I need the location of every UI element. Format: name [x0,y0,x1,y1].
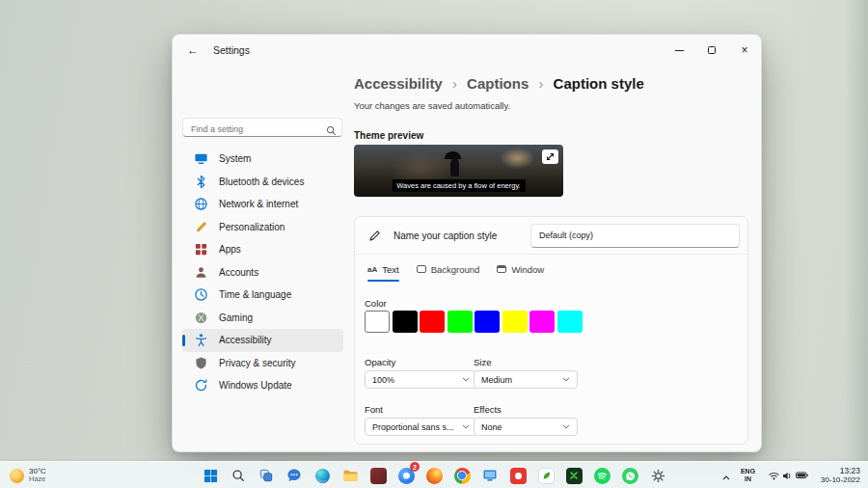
accounts-icon [194,265,208,280]
color-swatches [365,311,583,333]
privacy-icon [194,356,208,370]
sidebar-item-time-language[interactable]: Time & language [182,284,343,307]
autosave-note: Your changes are saved automatically. [354,100,510,111]
breadcrumb: Accessibility › Captions › Caption style [354,75,644,92]
messenger-button[interactable]: 2 [394,464,418,487]
back-button[interactable]: ← [180,41,205,60]
tab-label: Background [431,264,480,275]
sidebar-item-system[interactable]: System [182,148,343,171]
sidebar-item-accessibility[interactable]: Accessibility [182,329,343,352]
media-app-button[interactable] [506,464,529,487]
sidebar-item-label: Accounts [219,267,258,278]
tray-date: 30-10-2022 [821,475,860,485]
close-button[interactable]: × [728,35,761,66]
app-maroon-icon [370,468,387,484]
chat-button[interactable] [283,464,306,487]
desktop: ← Settings × System [0,0,868,488]
weather-icon [10,469,24,483]
volume-icon [782,472,793,480]
settings-icon [651,469,665,483]
font-select[interactable]: Proportional sans s... [365,418,477,436]
expand-preview-button[interactable] [542,149,558,164]
caption-style-icon [367,229,382,243]
swatch-cyan[interactable] [557,311,583,333]
tab-label: Text [382,264,398,275]
edge-icon [314,468,331,484]
taskbar-search-button[interactable] [227,464,250,487]
leaf-app-button[interactable] [534,464,557,487]
close-icon: × [741,44,747,56]
size-select[interactable]: Medium [474,370,578,389]
tray-time: 13:23 [840,466,860,475]
start-button[interactable] [199,464,222,487]
caption-name-input[interactable] [530,224,740,248]
file-explorer-button[interactable] [339,464,362,487]
settings-gear-button[interactable] [646,464,669,487]
sidebar-item-privacy-security[interactable]: Privacy & security [182,352,343,375]
sidebar-item-gaming[interactable]: Gaming [182,307,343,330]
maximize-icon [708,46,716,54]
swatch-yellow[interactable] [502,311,528,333]
sidebar-item-personalization[interactable]: Personalization [182,216,343,239]
sidebar-item-label: Gaming [219,312,253,323]
app-maroon-button[interactable] [366,464,390,487]
tab-background[interactable]: Background [417,255,480,284]
wifi-icon [769,472,779,480]
search-box[interactable] [182,118,342,137]
language-region: IN [745,475,751,483]
hidden-icons-button[interactable] [722,467,730,484]
system-tray: ENG IN 13:23 30-10-2022 [722,462,862,488]
swatch-magenta[interactable] [529,311,555,333]
windows-update-icon [194,378,208,393]
opacity-select[interactable]: 100% [365,370,477,389]
media-app-icon [510,468,527,484]
titlebar[interactable]: ← Settings × [173,35,761,66]
sidebar-item-apps[interactable]: Apps [182,238,343,261]
minimize-button[interactable] [663,35,695,66]
accessibility-icon [194,333,208,347]
sidebar-item-accounts[interactable]: Accounts [182,261,343,285]
language-code: ENG [741,468,755,475]
display-app-icon [482,468,498,483]
sidebar-item-label: System [219,153,251,164]
notification-badge: 2 [410,462,420,472]
font-label: Font [365,404,383,415]
edge-button[interactable] [311,464,334,487]
sidebar-item-network-internet[interactable]: Network & internet [182,193,343,216]
whatsapp-button[interactable] [618,464,641,487]
language-switcher[interactable]: ENG IN [738,466,758,484]
sidebar-item-label: Bluetooth & devices [219,176,304,187]
search-input[interactable] [183,121,341,138]
file-explorer-icon [342,468,359,484]
weather-widget[interactable]: 30°C Haze [6,464,50,487]
swatch-blue[interactable] [475,311,500,333]
chevron-down-icon [462,424,470,429]
firefox-button[interactable] [422,464,446,487]
sidebar-item-bluetooth-devices[interactable]: Bluetooth & devices [182,171,343,194]
taskbar: 30°C Haze 2 [0,461,868,488]
clock[interactable]: 13:23 30-10-2022 [819,465,862,486]
quick-settings-button[interactable] [766,470,811,482]
swatch-green[interactable] [448,311,473,333]
spotify-button[interactable] [590,464,613,487]
task-view-button[interactable] [255,464,278,487]
tab-text[interactable]: aA Text [367,255,399,284]
font-value: Proportional sans s... [372,422,454,432]
swatch-black[interactable] [393,311,418,333]
expand-icon [546,152,555,161]
display-app-button[interactable] [478,464,502,487]
sidebar-item-windows-update[interactable]: Windows Update [182,374,343,397]
swatch-red[interactable] [420,311,445,333]
chrome-button[interactable] [450,464,474,487]
personalization-icon [194,220,208,234]
breadcrumb-accessibility[interactable]: Accessibility [354,75,443,92]
gaming-icon [194,311,208,325]
tab-window[interactable]: Window [497,255,544,284]
swatch-white[interactable] [365,311,390,333]
breadcrumb-separator: › [452,75,457,92]
xbox-button[interactable] [562,464,585,487]
effects-select[interactable]: None [474,418,578,436]
person-silhouette [450,157,459,176]
breadcrumb-captions[interactable]: Captions [467,75,529,92]
maximize-button[interactable] [695,35,728,66]
